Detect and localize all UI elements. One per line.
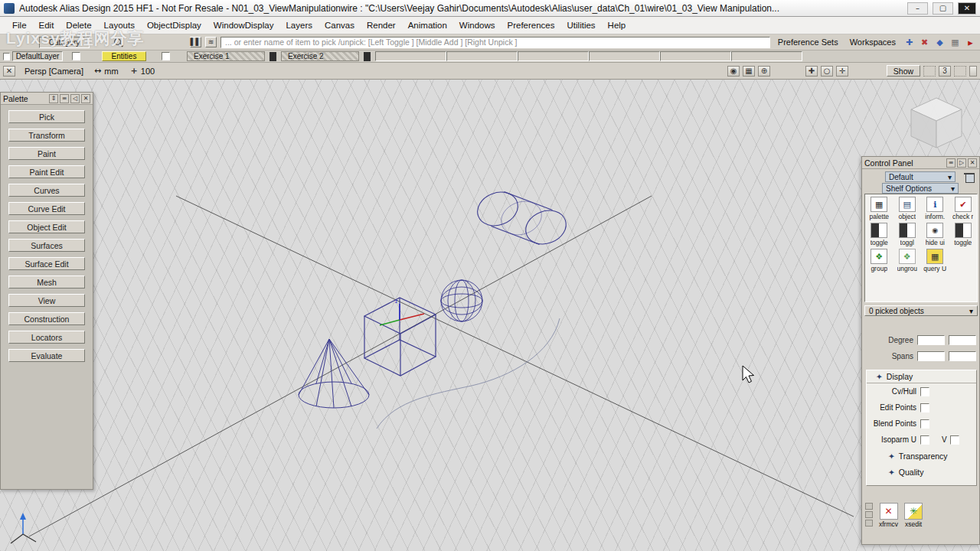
menu-icon[interactable] bbox=[60, 94, 69, 103]
layer-checkbox-1[interactable] bbox=[72, 52, 80, 60]
menu-animation[interactable]: Animation bbox=[402, 21, 453, 30]
blend-points-checkbox[interactable] bbox=[920, 419, 929, 429]
mini-icon[interactable] bbox=[865, 511, 873, 518]
xfrmcv-tool[interactable]: xfrmcv bbox=[879, 503, 898, 528]
palette-tab-paint-edit[interactable]: Paint Edit bbox=[8, 165, 85, 178]
menu-utilities[interactable]: Utilities bbox=[561, 21, 602, 30]
camera-label[interactable]: Persp [Camera] bbox=[24, 67, 83, 76]
shelf-tool-information[interactable]: inform. bbox=[921, 197, 949, 220]
menu-layers[interactable]: Layers bbox=[279, 21, 318, 30]
menu-layouts[interactable]: Layouts bbox=[98, 21, 141, 30]
shelf-tool-toggle-2[interactable]: toggl bbox=[893, 223, 922, 246]
shelf-slot[interactable] bbox=[375, 51, 446, 61]
palette-tab-object-edit[interactable]: Object Edit bbox=[8, 220, 85, 233]
layer-swatch[interactable] bbox=[3, 53, 10, 60]
layout-slot-icon[interactable] bbox=[923, 66, 936, 77]
maximize-button[interactable] bbox=[933, 2, 953, 15]
palette-tab-view[interactable]: View bbox=[8, 294, 85, 307]
expand-icon[interactable] bbox=[957, 158, 966, 168]
display-section-header[interactable]: Display bbox=[867, 370, 976, 383]
scene-canvas[interactable]: z bbox=[0, 80, 980, 551]
expand-toolbar-icon[interactable] bbox=[965, 37, 976, 48]
shelf-slot[interactable] bbox=[518, 51, 589, 61]
shelf-slot[interactable] bbox=[446, 51, 518, 61]
palette-tab-transform[interactable]: Transform bbox=[8, 129, 85, 142]
degree-input-1[interactable] bbox=[917, 335, 945, 345]
menu-file[interactable]: File bbox=[6, 21, 33, 30]
shelf-slot[interactable] bbox=[660, 51, 731, 61]
move-icon[interactable] bbox=[49, 94, 58, 103]
edit-points-checkbox[interactable] bbox=[920, 403, 929, 412]
menu-render[interactable]: Render bbox=[361, 21, 402, 30]
palette-tab-surfaces[interactable]: Surfaces bbox=[8, 239, 85, 252]
category-dropdown[interactable]: Category bbox=[39, 37, 90, 48]
default-layer-button[interactable]: DefaultLayer bbox=[12, 51, 63, 61]
layout-slot-icon[interactable] bbox=[954, 66, 966, 77]
close-button[interactable] bbox=[958, 2, 976, 15]
mini-icon[interactable] bbox=[865, 503, 873, 510]
palette-tab-locators[interactable]: Locators bbox=[8, 331, 85, 344]
menu-delete[interactable]: Delete bbox=[60, 21, 97, 30]
shelf-tool-hide-ui[interactable]: hide ui bbox=[921, 223, 949, 246]
palette-titlebar[interactable]: Palette bbox=[1, 93, 93, 105]
control-panel-titlebar[interactable]: Control Panel bbox=[862, 157, 979, 169]
shelf-tool-palette[interactable]: palette bbox=[865, 197, 893, 220]
layout-3-button[interactable]: 3 bbox=[939, 66, 951, 77]
spans-input-2[interactable] bbox=[949, 351, 976, 361]
shelf-tab-exercise-1[interactable]: Exercise 1 bbox=[187, 51, 265, 61]
pick-tool-icon[interactable]: ▌▌ bbox=[190, 37, 201, 47]
snap-magnet-icon[interactable] bbox=[949, 37, 961, 48]
shelf-tool-query[interactable]: query U bbox=[921, 249, 949, 272]
palette-tab-construction[interactable]: Construction bbox=[8, 312, 85, 325]
circle-select-icon[interactable] bbox=[821, 66, 833, 77]
palette-tab-evaluate[interactable]: Evaluate bbox=[8, 349, 85, 362]
pan-icon[interactable] bbox=[805, 66, 818, 77]
menu-windows[interactable]: Windows bbox=[453, 21, 501, 30]
palette-tab-mesh[interactable]: Mesh bbox=[8, 276, 85, 289]
palette-tab-paint[interactable]: Paint bbox=[8, 147, 85, 160]
camera-view-icon[interactable] bbox=[727, 66, 740, 77]
view-cube[interactable] bbox=[911, 98, 962, 148]
grid-toggle-icon[interactable] bbox=[743, 66, 755, 77]
move-view-icon[interactable] bbox=[836, 66, 848, 77]
menu-objectdisplay[interactable]: ObjectDisplay bbox=[141, 21, 207, 30]
palette-tab-curve-edit[interactable]: Curve Edit bbox=[8, 202, 85, 215]
menu-canvas[interactable]: Canvas bbox=[318, 21, 361, 30]
palette-tab-curves[interactable]: Curves bbox=[8, 184, 85, 197]
shelf-tool-check[interactable]: check r bbox=[949, 197, 978, 220]
cv-hull-checkbox[interactable] bbox=[920, 387, 929, 396]
scene-object-sphere[interactable] bbox=[441, 280, 482, 321]
snap-point-icon[interactable] bbox=[934, 37, 946, 48]
isoparm-v-checkbox[interactable] bbox=[950, 435, 959, 445]
shelf-tab-exercise-2[interactable]: Exercise 2 bbox=[281, 51, 359, 61]
snap-grid-icon[interactable] bbox=[903, 37, 915, 48]
degree-input-2[interactable] bbox=[949, 335, 976, 345]
shelf-tool-object[interactable]: object bbox=[893, 197, 922, 220]
workspaces-button[interactable]: Workspaces bbox=[846, 37, 900, 47]
scene-object-cone[interactable] bbox=[299, 339, 369, 408]
zoom-view-icon[interactable] bbox=[758, 66, 770, 77]
viewport-close-icon[interactable] bbox=[3, 66, 15, 77]
scene-object-cylinder[interactable] bbox=[472, 187, 570, 250]
perspective-viewport[interactable]: z bbox=[0, 80, 980, 551]
close-icon[interactable] bbox=[968, 158, 977, 168]
shelf-tool-group[interactable]: group bbox=[865, 249, 893, 272]
preference-sets-button[interactable]: Preference Sets bbox=[774, 37, 842, 47]
palette-tab-surface-edit[interactable]: Surface Edit bbox=[8, 257, 85, 270]
show-button[interactable]: Show bbox=[887, 65, 920, 77]
menu-edit[interactable]: Edit bbox=[33, 21, 60, 30]
trash-icon[interactable] bbox=[963, 171, 975, 184]
palette-tab-pick[interactable]: Pick bbox=[8, 110, 85, 123]
quality-section[interactable]: Quality bbox=[867, 464, 976, 480]
shelf-slot[interactable] bbox=[589, 51, 660, 61]
spans-input-1[interactable] bbox=[917, 351, 945, 361]
shelf-tool-toggle-3[interactable]: toggle bbox=[949, 223, 978, 246]
prompt-line-input[interactable]: ... or enter name of item to pick /unpic… bbox=[220, 37, 770, 48]
transparency-section[interactable]: Transparency bbox=[867, 448, 976, 464]
menu-preferences[interactable]: Preferences bbox=[501, 21, 561, 30]
shelf-tool-toggle-1[interactable]: toggle bbox=[865, 223, 893, 246]
snap-curve-icon[interactable] bbox=[919, 37, 930, 48]
isoparm-u-checkbox[interactable] bbox=[920, 435, 929, 445]
shelf-options-dropdown[interactable]: Shelf Options bbox=[882, 183, 959, 194]
prompt-history-icon[interactable]: ≋ bbox=[205, 37, 217, 47]
